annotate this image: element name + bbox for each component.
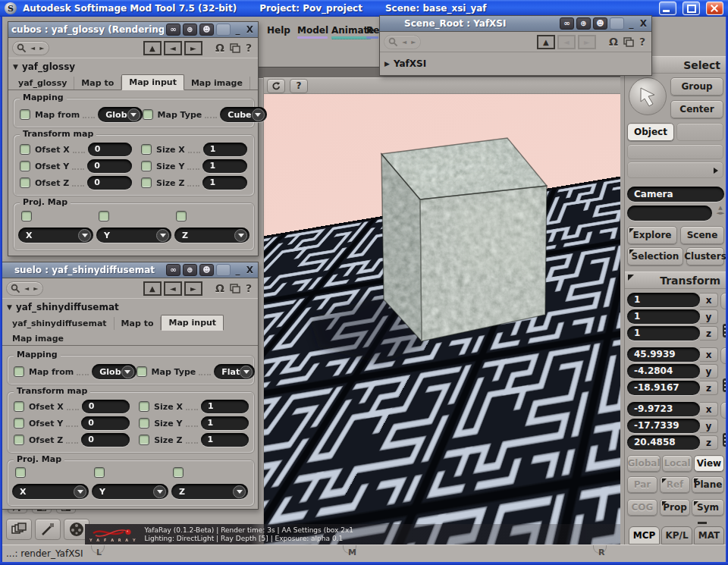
offset-y-input[interactable]: 0 xyxy=(87,159,132,173)
tab-kpl[interactable]: KP/L xyxy=(661,526,692,545)
translation-y-axis-button[interactable]: y xyxy=(700,419,718,433)
size-x-input[interactable]: 1 xyxy=(203,143,247,156)
camera-selector[interactable]: Camera xyxy=(627,187,724,202)
size-y-checkbox[interactable] xyxy=(139,418,149,428)
global-button[interactable]: Global xyxy=(627,455,661,472)
proj-y-dropdown[interactable]: Y xyxy=(96,228,171,243)
clusters-button[interactable]: Clusters xyxy=(686,247,724,265)
ppg-help-icon[interactable]: ? xyxy=(243,42,254,54)
memo-cam-arrows-icon[interactable]: ▲◄► xyxy=(714,206,726,221)
window-titlebar[interactable]: S Autodesk Softimage Mod Tool 7.5 (32-bi… xyxy=(0,0,728,17)
tab-mat[interactable]: MAT xyxy=(694,526,724,545)
map-from-dropdown[interactable]: Glob xyxy=(98,107,142,122)
translation-y-input[interactable]: -17.7339 xyxy=(627,419,700,433)
tab-map-image[interactable]: Map image xyxy=(5,332,71,345)
rotation-y-axis-button[interactable]: y xyxy=(700,364,718,378)
proj-y-checkbox[interactable] xyxy=(94,467,105,478)
ppg-scene-root-titlebar[interactable]: Scene_Root : YafXSI ∞ ⊕ ☻ _ X xyxy=(380,16,651,32)
translation-x-input[interactable]: -9.9723 xyxy=(627,402,700,416)
scale-x-axis-button[interactable]: x xyxy=(700,293,718,307)
proj-y-checkbox[interactable] xyxy=(99,211,109,221)
ppg-help-icon[interactable]: ? xyxy=(637,36,648,48)
nav-forward-icon[interactable]: ► xyxy=(184,41,202,55)
size-x-checkbox[interactable] xyxy=(139,401,149,412)
scene-button[interactable]: Scene xyxy=(680,226,724,244)
local-button[interactable]: Local xyxy=(662,455,692,472)
scale-y-axis-button[interactable]: y xyxy=(700,309,718,324)
next-icon[interactable]: ► xyxy=(410,39,417,46)
rotation-z-axis-button[interactable]: z xyxy=(700,381,718,395)
maximize-button[interactable] xyxy=(682,2,700,15)
nav-forward-icon[interactable]: ► xyxy=(578,35,596,49)
tab-yaf-shinydiffusemat[interactable]: yaf_shinydiffusemat xyxy=(5,317,115,330)
proj-y-dropdown[interactable]: Y xyxy=(92,484,168,499)
plane-button[interactable]: Plane xyxy=(692,476,724,493)
rotation-z-input[interactable]: -18.9167 xyxy=(627,381,700,395)
offset-z-input[interactable]: 0 xyxy=(81,433,129,447)
offset-x-input[interactable]: 0 xyxy=(82,400,130,413)
link-icon[interactable]: ∞ xyxy=(166,264,180,276)
offset-z-checkbox[interactable] xyxy=(14,435,24,445)
proj-x-checkbox[interactable] xyxy=(15,467,26,478)
nav-back-icon[interactable]: ◄ xyxy=(557,35,576,49)
proj-z-dropdown[interactable]: Z xyxy=(174,228,249,243)
person-icon[interactable]: ☻ xyxy=(593,17,607,30)
ppg-cubos-section[interactable]: ▼ yaf_glossy xyxy=(8,58,258,74)
minimize-button[interactable] xyxy=(659,2,676,15)
link-icon[interactable]: ∞ xyxy=(166,24,180,36)
center-button[interactable]: Center xyxy=(670,100,723,118)
layers-icon[interactable] xyxy=(229,283,241,294)
scale-z-axis-button[interactable]: z xyxy=(700,326,718,341)
tab-map-image[interactable]: Map image xyxy=(184,77,250,89)
person-icon[interactable]: ☻ xyxy=(199,24,214,36)
proj-x-checkbox[interactable] xyxy=(21,211,32,221)
viewport[interactable]: ? xyxy=(263,77,620,545)
tab-mcp[interactable]: MCP xyxy=(629,526,660,545)
tab-map-to[interactable]: Map to xyxy=(115,317,162,330)
transform-collapse-icon[interactable] xyxy=(628,275,634,281)
select-cursor-button[interactable] xyxy=(629,77,667,115)
panel-minimize-icon[interactable]: _ xyxy=(233,24,243,35)
menu-model[interactable]: Model xyxy=(297,25,328,36)
next-icon[interactable]: ► xyxy=(32,285,39,292)
tab-map-input[interactable]: Map input xyxy=(121,74,184,90)
prev-icon[interactable]: ◄ xyxy=(400,39,408,46)
map-type-dropdown[interactable]: Flat xyxy=(214,364,255,379)
ppg-help-icon[interactable]: ? xyxy=(243,282,254,294)
person-icon[interactable]: ☻ xyxy=(199,264,214,276)
size-z-checkbox[interactable] xyxy=(139,435,149,445)
nav-forward-icon[interactable]: ► xyxy=(184,281,202,296)
key-icon[interactable] xyxy=(16,42,27,54)
size-z-checkbox[interactable] xyxy=(141,177,152,188)
offset-z-input[interactable]: 0 xyxy=(87,176,132,190)
layers-icon[interactable] xyxy=(623,36,635,48)
size-z-input[interactable]: 1 xyxy=(202,176,247,190)
map-from-checkbox[interactable] xyxy=(14,366,24,377)
render-region[interactable] xyxy=(264,94,620,545)
proj-z-checkbox[interactable] xyxy=(176,211,187,221)
group-button[interactable]: Group xyxy=(670,77,723,96)
recycle-icon[interactable]: Ω xyxy=(213,282,227,294)
translation-x-axis-button[interactable]: x xyxy=(700,402,718,416)
rotation-y-input[interactable]: -4.2804 xyxy=(627,364,700,378)
globe-icon[interactable]: ⊕ xyxy=(183,264,197,276)
empty-filter-button[interactable] xyxy=(676,123,723,141)
scene-root-item-row[interactable]: ▶ YafXSI xyxy=(380,52,651,71)
explore-button[interactable]: Explore xyxy=(627,226,677,244)
link-icon[interactable]: ∞ xyxy=(560,17,574,30)
size-y-input[interactable]: 1 xyxy=(202,159,247,173)
object-button[interactable]: Object xyxy=(627,123,674,141)
ref-button[interactable]: Ref xyxy=(660,476,690,493)
map-type-checkbox[interactable] xyxy=(143,109,153,120)
cog-button[interactable]: COG xyxy=(627,499,657,516)
panel-minimize-icon[interactable]: _ xyxy=(233,265,243,275)
offset-x-checkbox[interactable] xyxy=(20,144,30,155)
size-x-input[interactable]: 1 xyxy=(201,400,249,413)
selection-popup-button[interactable] xyxy=(627,162,723,178)
nav-back-icon[interactable]: ◄ xyxy=(164,281,182,296)
panel-close-icon[interactable]: X xyxy=(639,18,648,29)
nav-up-icon[interactable]: ▲ xyxy=(143,281,162,296)
tab-map-input[interactable]: Map input xyxy=(161,315,224,331)
size-x-checkbox[interactable] xyxy=(141,144,152,155)
size-y-input[interactable]: 1 xyxy=(201,416,249,430)
